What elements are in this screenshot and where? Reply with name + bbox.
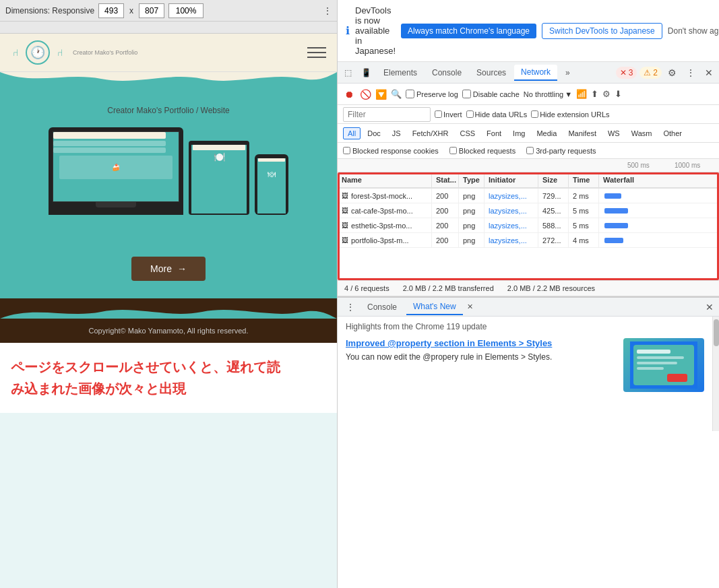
error-x-icon: ✕	[620, 68, 627, 77]
type-img-button[interactable]: Img	[508, 127, 530, 139]
col-header-initiator[interactable]: Initiator	[484, 172, 538, 187]
cell-name-1: 🖼forest-3pst-mock...	[338, 189, 432, 203]
col-header-time[interactable]: Time	[569, 172, 599, 187]
devtools-mobile-icon[interactable]: 📱	[357, 65, 375, 80]
more-options-icon[interactable]: ⋮	[683, 66, 699, 79]
devtools-inspect-icon[interactable]: ⬚	[340, 65, 356, 80]
type-fetch-button[interactable]: Fetch/XHR	[408, 127, 454, 139]
warn-badge: ⚠ 2	[639, 67, 662, 79]
type-all-button[interactable]: All	[343, 127, 361, 139]
network-settings-icon[interactable]: ⚙	[602, 89, 611, 99]
blocked-response-checkbox[interactable]	[343, 147, 350, 154]
cell-type-1: png	[459, 189, 484, 203]
cell-size-2: 425...	[538, 203, 569, 218]
col-header-name[interactable]: Name	[338, 172, 432, 187]
preserve-log-checkbox[interactable]	[406, 90, 414, 98]
hide-ext-urls-label[interactable]: Hide extension URLs	[531, 110, 609, 119]
devtools-tabs: ⬚ 📱 Elements Console Sources Network » ✕…	[338, 62, 719, 84]
col-header-status[interactable]: Stat...	[432, 172, 459, 187]
more-label: More	[150, 263, 172, 274]
toolbar-dots[interactable]: ⋮	[323, 6, 332, 15]
type-wasm-button[interactable]: Wasm	[627, 127, 657, 139]
blocked-response-label[interactable]: Blocked response cookies	[343, 147, 439, 155]
bottom-panel-close-icon[interactable]: ✕	[706, 302, 714, 313]
type-doc-button[interactable]: Doc	[363, 127, 385, 139]
match-language-button[interactable]: Always match Chrome's language	[401, 24, 536, 38]
type-font-button[interactable]: Font	[482, 127, 506, 139]
dim-x: x	[129, 6, 133, 15]
third-party-label[interactable]: 3rd-party requests	[526, 147, 596, 155]
table-row[interactable]: 🖼esthetic-3pst-mo... 200 png lazysizes,.…	[338, 218, 719, 233]
hero-content: Creator Mako's Portfolio / Website	[11, 99, 326, 127]
wifi-icon[interactable]: 📶	[576, 89, 587, 99]
cell-waterfall-1	[599, 189, 719, 203]
tab-elements[interactable]: Elements	[377, 65, 424, 80]
type-other-button[interactable]: Other	[658, 127, 687, 139]
third-party-checkbox[interactable]	[526, 147, 534, 154]
left-panel: Dimensions: Responsive x ⋮ ⑁ 🕐 ⑁ Creator…	[0, 0, 337, 588]
tab-more[interactable]: »	[559, 65, 577, 80]
device-phone: 🍽	[255, 154, 288, 215]
svg-rect-4	[637, 362, 677, 364]
more-arrow-icon: →	[177, 263, 187, 274]
table-row[interactable]: 🖼portfolio-3pst-m... 200 png lazysizes,.…	[338, 233, 719, 248]
cell-name-4: 🖼portfolio-3pst-m...	[338, 233, 432, 247]
switch-japanese-button[interactable]: Switch DevTools to Japanese	[542, 23, 662, 39]
table-row[interactable]: 🖼forest-3pst-mock... 200 png lazysizes,.…	[338, 189, 719, 203]
throttle-arrow-icon: ▼	[565, 90, 572, 98]
type-media-button[interactable]: Media	[532, 127, 561, 139]
network-table[interactable]: Name Stat... Type Initiator Size Time Wa…	[338, 172, 719, 280]
search-icon[interactable]: 🔍	[391, 89, 402, 99]
invert-checkbox[interactable]	[435, 110, 442, 118]
col-header-waterfall[interactable]: Waterfall	[599, 172, 719, 187]
record-button[interactable]: ⏺	[343, 88, 355, 100]
tab-network[interactable]: Network	[514, 65, 557, 81]
bottom-tabs-dots-icon[interactable]: ⋮	[343, 302, 358, 313]
fork-right-icon: ⑁	[57, 47, 63, 58]
hide-ext-urls-checkbox[interactable]	[531, 110, 538, 118]
disable-cache-checkbox[interactable]	[462, 90, 471, 98]
wave-bottom	[0, 298, 337, 319]
col-header-type[interactable]: Type	[459, 172, 484, 187]
width-input[interactable]	[98, 3, 124, 18]
invert-label[interactable]: Invert	[435, 110, 462, 119]
close-devtools-icon[interactable]: ✕	[701, 66, 716, 79]
bottom-scrollbar[interactable]	[712, 317, 719, 431]
dont-show-link[interactable]: Don't show again	[668, 26, 719, 36]
site-logo: ⑁ 🕐 ⑁ Creator Mako's Portfolio	[11, 40, 137, 65]
tab-sources[interactable]: Sources	[470, 65, 513, 80]
blocked-requests-label[interactable]: Blocked requests	[449, 147, 515, 155]
network-table-header: Name Stat... Type Initiator Size Time Wa…	[338, 172, 719, 189]
col-header-size[interactable]: Size	[538, 172, 569, 187]
tab-whats-new[interactable]: What's New	[406, 299, 463, 315]
type-manifest-button[interactable]: Manifest	[563, 127, 601, 139]
tab-console[interactable]: Console	[361, 300, 404, 315]
scrollbar-thumb[interactable]	[714, 319, 719, 346]
filter-input[interactable]	[343, 107, 431, 122]
tab-console[interactable]: Console	[425, 65, 468, 80]
hide-data-urls-checkbox[interactable]	[466, 110, 474, 118]
more-button[interactable]: More →	[131, 257, 206, 281]
blocked-requests-checkbox[interactable]	[449, 147, 457, 154]
hero-title: Creator Mako's Portfolio / Website	[18, 106, 319, 115]
hamburger-menu[interactable]	[307, 47, 326, 58]
whats-new-close-icon[interactable]: ✕	[467, 302, 473, 311]
feature-title[interactable]: Improved @property section in Elements >…	[346, 338, 615, 348]
upload-icon[interactable]: ⬆	[591, 89, 598, 99]
settings-gear-icon[interactable]: ⚙	[664, 66, 680, 79]
throttle-dropdown[interactable]: No throttling ▼	[524, 90, 572, 98]
download-icon[interactable]: ⬇	[615, 89, 622, 99]
zoom-input[interactable]	[168, 3, 204, 18]
height-input[interactable]	[139, 3, 164, 18]
type-js-button[interactable]: JS	[387, 127, 406, 139]
requests-count: 4 / 6 requests	[344, 284, 389, 292]
clear-button[interactable]: 🚫	[359, 88, 371, 100]
filter-icon[interactable]: 🔽	[375, 89, 387, 100]
website-preview[interactable]: ⑁ 🕐 ⑁ Creator Mako's Portfolio Creator M…	[0, 34, 337, 588]
type-ws-button[interactable]: WS	[603, 127, 625, 139]
type-css-button[interactable]: CSS	[455, 127, 480, 139]
disable-cache-label[interactable]: Disable cache	[462, 90, 520, 98]
hide-data-urls-label[interactable]: Hide data URLs	[466, 110, 528, 119]
table-row[interactable]: 🖼cat-cafe-3pst-mo... 200 png lazysizes,.…	[338, 203, 719, 218]
preserve-log-label[interactable]: Preserve log	[406, 90, 458, 98]
